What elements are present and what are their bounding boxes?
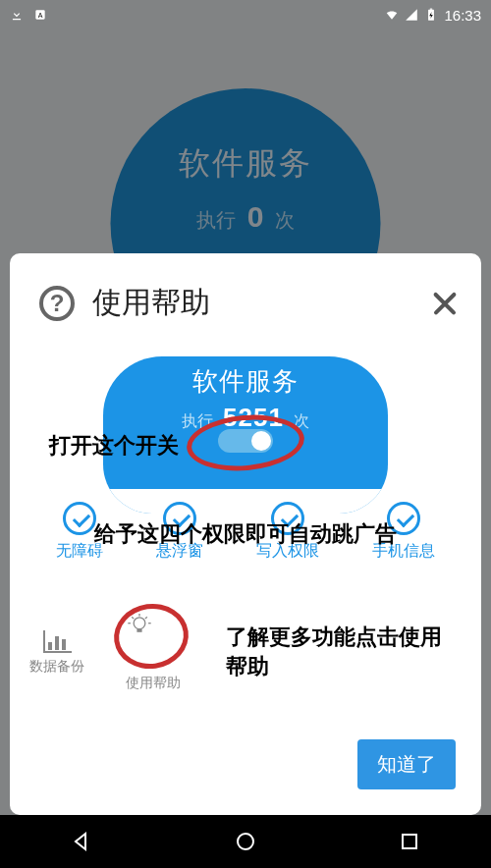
svg-text:A: A (38, 12, 43, 19)
app-badge-icon: A (33, 8, 47, 22)
clock: 16:33 (444, 7, 481, 24)
mini-backup: 数据备份 (29, 628, 84, 676)
svg-point-14 (238, 834, 253, 849)
modal-header: ? 使用帮助 (29, 283, 462, 323)
cell-signal-icon (405, 8, 418, 22)
example-toggle (218, 429, 273, 453)
close-button[interactable] (428, 287, 462, 320)
bar-chart-icon (41, 628, 73, 654)
help-description: 了解更多功能点击使用帮助 (226, 623, 462, 681)
open-switch-label: 打开这个开关 (49, 431, 179, 461)
got-it-button[interactable]: 知道了 (357, 739, 456, 789)
perm-phone: 手机信息 (372, 502, 435, 562)
mini-help: 使用帮助 (124, 612, 183, 692)
svg-rect-15 (403, 835, 416, 848)
modal-title: 使用帮助 (92, 283, 210, 323)
perm-accessibility: 无障碍 (56, 502, 103, 562)
download-icon (10, 8, 24, 22)
check-icon (387, 502, 420, 535)
svg-rect-5 (55, 636, 59, 650)
check-icon (271, 502, 304, 535)
status-bar: A 16:33 (0, 0, 491, 29)
battery-charging-icon (424, 8, 438, 22)
svg-rect-6 (62, 639, 66, 650)
perm-write: 写入权限 (256, 502, 319, 562)
wifi-icon (385, 8, 399, 22)
nav-back-icon[interactable] (70, 830, 93, 853)
svg-rect-3 (430, 9, 432, 10)
illustration-switch: 软件服务 执行 5251 次 打开这个开关 (29, 356, 462, 474)
check-icon (63, 502, 96, 535)
help-modal: ? 使用帮助 软件服务 执行 5251 次 打开这个开关 (10, 253, 481, 815)
illustration-permissions: 无障碍 悬浮窗 写入权限 手机信息 给予这四个权限即可自动跳广告 (29, 502, 462, 578)
illustration-help: 数据备份 使用帮助 了解更多功能点击使用帮助 (29, 613, 462, 691)
check-icon (163, 502, 196, 535)
pill-title: 软件服务 (103, 364, 388, 399)
perm-overlay: 悬浮窗 (156, 502, 203, 562)
screen: 软件服务 执行 0 次 A 16:33 (0, 0, 491, 868)
annotation-circle (110, 599, 192, 674)
nav-recent-icon[interactable] (398, 830, 421, 853)
help-icon: ? (39, 286, 75, 321)
svg-rect-4 (48, 642, 52, 650)
nav-home-icon[interactable] (234, 830, 257, 853)
nav-bar (0, 815, 491, 868)
